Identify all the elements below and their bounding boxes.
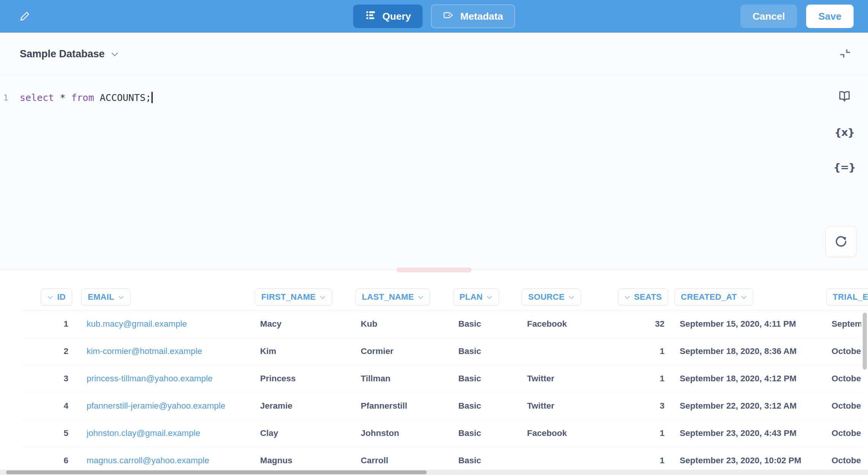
cell-first_name: Princess xyxy=(247,365,347,392)
cell-source xyxy=(514,338,596,365)
column-header-cell: LAST_NAME xyxy=(347,288,446,310)
cell-source: Facebook xyxy=(514,310,596,337)
table-row[interactable]: 4pfannerstill-jeramie@yahoo.exampleJeram… xyxy=(23,392,868,420)
snippets-icon: {=} xyxy=(833,161,855,173)
cell-plan: Basic xyxy=(446,310,514,337)
variables-button[interactable]: {x} xyxy=(833,124,856,140)
results-rows: 1kub.macy@gmail.exampleMacyKubBasicFaceb… xyxy=(0,310,868,474)
cell-trial_e: October xyxy=(818,338,868,365)
sql-editor[interactable]: 1 select * from ACCOUNTS; xyxy=(0,75,868,121)
tab-metadata[interactable]: Metadata xyxy=(431,5,515,28)
cell-trial_e: October xyxy=(818,365,868,392)
data-reference-button[interactable] xyxy=(833,90,856,105)
refresh-query-button[interactable] xyxy=(825,226,857,257)
column-header-created_at[interactable]: CREATED_AT xyxy=(674,288,753,306)
cell-id: 3 xyxy=(23,365,72,392)
column-label: ID xyxy=(57,292,66,302)
cell-first_name: Macy xyxy=(247,310,347,337)
cell-trial_e: October xyxy=(818,392,868,419)
query-editor-pane: Sample Database 1 select * from ACCOUNTS… xyxy=(0,33,868,270)
database-selector[interactable]: Sample Database xyxy=(20,33,118,75)
chevron-down-icon xyxy=(111,48,118,60)
column-header-cell: EMAIL xyxy=(72,288,247,310)
column-header-cell: FIRST_NAME xyxy=(247,288,347,310)
table-row[interactable]: 3princess-tillman@yahoo.examplePrincessT… xyxy=(23,365,868,392)
cell-source: Twitter xyxy=(514,365,596,392)
horizontal-scrollbar[interactable] xyxy=(0,470,868,475)
text-cursor xyxy=(152,92,153,103)
metabase-question-editor: Query Metadata Cancel Save Sample Databa… xyxy=(0,0,868,475)
results-header-row: IDEMAILFIRST_NAMELAST_NAMEPLANSOURCESEAT… xyxy=(23,270,868,310)
cell-id: 5 xyxy=(23,420,72,447)
table-row[interactable]: 5johnston.clay@gmail.exampleClayJohnston… xyxy=(23,420,868,447)
column-header-trial_e[interactable]: TRIAL_E xyxy=(826,288,868,306)
column-header-email[interactable]: EMAIL xyxy=(81,288,131,306)
snippets-button[interactable]: {=} xyxy=(833,159,856,175)
cancel-button[interactable]: Cancel xyxy=(740,5,797,28)
cell-last_name: Tillman xyxy=(347,365,446,392)
table-row[interactable]: 1kub.macy@gmail.exampleMacyKubBasicFaceb… xyxy=(23,310,868,338)
tab-query[interactable]: Query xyxy=(353,5,423,28)
column-header-seats[interactable]: SEATS xyxy=(618,288,668,306)
cell-created_at: September 18, 2020, 8:36 AM xyxy=(668,338,818,365)
column-header-cell: CREATED_AT xyxy=(668,288,818,310)
cell-created_at: September 15, 2020, 4:11 PM xyxy=(668,310,818,337)
cell-seats: 1 xyxy=(596,420,668,447)
cell-last_name: Pfannerstill xyxy=(347,392,446,419)
cell-plan: Basic xyxy=(446,338,514,365)
cell-email[interactable]: pfannerstill-jeramie@yahoo.example xyxy=(72,392,247,419)
column-header-source[interactable]: SOURCE xyxy=(522,288,581,306)
cell-email[interactable]: princess-tillman@yahoo.example xyxy=(72,365,247,392)
cell-seats: 1 xyxy=(596,365,668,392)
column-label: PLAN xyxy=(459,292,483,302)
column-header-cell: SEATS xyxy=(596,288,668,310)
cell-seats: 32 xyxy=(596,310,668,337)
reference-book-icon xyxy=(838,90,851,105)
chevron-down-icon xyxy=(486,292,492,302)
cell-email[interactable]: johnston.clay@gmail.example xyxy=(72,420,247,447)
column-label: FIRST_NAME xyxy=(261,292,316,302)
cell-email[interactable]: kub.macy@gmail.example xyxy=(72,310,247,337)
save-button[interactable]: Save xyxy=(806,5,854,28)
column-header-id[interactable]: ID xyxy=(41,288,72,306)
collapse-editor-button[interactable] xyxy=(835,44,855,64)
header-actions: Cancel Save xyxy=(740,5,854,28)
cell-plan: Basic xyxy=(446,365,514,392)
cell-first_name: Clay xyxy=(247,420,347,447)
resize-drag-handle[interactable] xyxy=(396,267,472,272)
cell-first_name: Jeramie xyxy=(247,392,347,419)
cell-trial_e: Septemb xyxy=(818,310,868,337)
column-label: TRIAL_E xyxy=(833,292,868,302)
chevron-down-icon xyxy=(741,292,747,302)
refresh-icon xyxy=(833,234,849,250)
column-label: SEATS xyxy=(634,292,662,302)
cell-source: Facebook xyxy=(514,420,596,447)
chevron-down-icon xyxy=(47,292,53,302)
cell-id: 2 xyxy=(23,338,72,365)
chevron-down-icon xyxy=(320,292,326,302)
column-header-plan[interactable]: PLAN xyxy=(453,288,499,306)
cell-plan: Basic xyxy=(446,420,514,447)
edit-question-button[interactable] xyxy=(15,7,35,25)
horizontal-scrollbar-thumb[interactable] xyxy=(6,470,427,474)
chevron-down-icon xyxy=(568,292,574,302)
cell-email[interactable]: kim-cormier@hotmail.example xyxy=(72,338,247,365)
column-header-cell: ID xyxy=(23,288,72,310)
cell-last_name: Johnston xyxy=(347,420,446,447)
vertical-scrollbar-thumb[interactable] xyxy=(863,313,867,370)
table-row[interactable]: 2kim-cormier@hotmail.exampleKimCormierBa… xyxy=(23,338,868,365)
cell-plan: Basic xyxy=(446,392,514,419)
top-header-bar: Query Metadata Cancel Save xyxy=(0,0,868,33)
column-label: SOURCE xyxy=(528,292,565,302)
list-icon xyxy=(365,9,376,24)
cell-source: Twitter xyxy=(514,392,596,419)
cell-id: 4 xyxy=(23,392,72,419)
query-results-table: IDEMAILFIRST_NAMELAST_NAMEPLANSOURCESEAT… xyxy=(0,270,868,475)
cell-created_at: September 23, 2020, 4:43 PM xyxy=(668,420,818,447)
column-header-last_name[interactable]: LAST_NAME xyxy=(355,288,430,306)
cell-created_at: September 18, 2020, 4:12 PM xyxy=(668,365,818,392)
cell-trial_e: October xyxy=(818,420,868,447)
vertical-scrollbar[interactable] xyxy=(861,310,868,475)
column-header-first_name[interactable]: FIRST_NAME xyxy=(255,288,332,306)
variables-icon: {x} xyxy=(835,126,855,138)
